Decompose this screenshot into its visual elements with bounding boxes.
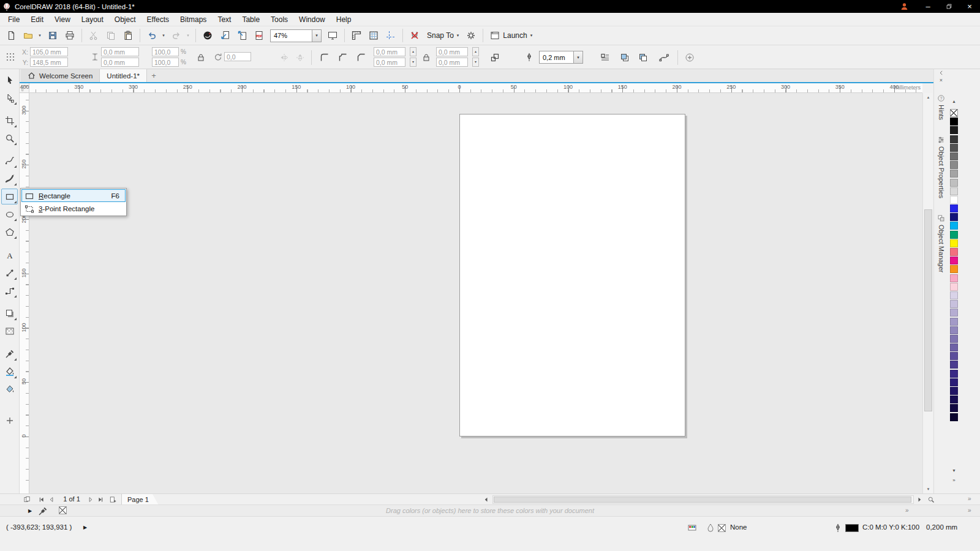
parallel-dimension-tool[interactable] bbox=[1, 265, 18, 281]
corner-radius-top-left-field[interactable]: 0,0 mm bbox=[374, 47, 405, 56]
lock-ratio-button[interactable] bbox=[194, 50, 208, 65]
palette-swatch[interactable] bbox=[950, 179, 958, 187]
connector-tool[interactable] bbox=[1, 283, 18, 299]
outline-pen-icon[interactable] bbox=[833, 523, 843, 533]
paste-button[interactable] bbox=[120, 28, 136, 43]
palette-swatch[interactable] bbox=[950, 413, 958, 421]
tray-more-icon[interactable]: » bbox=[968, 507, 971, 514]
palette-swatch[interactable] bbox=[950, 265, 958, 273]
vertical-scrollbar[interactable]: ▴ ▾ bbox=[922, 93, 933, 493]
navigator-more-icon[interactable]: » bbox=[968, 495, 971, 502]
palette-swatch[interactable] bbox=[950, 300, 958, 308]
full-screen-preview-button[interactable] bbox=[325, 28, 341, 43]
import-button[interactable] bbox=[217, 28, 233, 43]
redo-button-dropdown[interactable]: ▾ bbox=[185, 28, 191, 43]
palette-swatch[interactable] bbox=[950, 170, 958, 178]
object-height-field[interactable]: 0,0 mm bbox=[101, 58, 139, 67]
options-button[interactable] bbox=[463, 28, 479, 43]
zoom-tool[interactable] bbox=[1, 130, 18, 146]
hscroll-left-button[interactable] bbox=[483, 496, 490, 503]
menu-window[interactable]: Window bbox=[293, 13, 331, 26]
palette-expand-icon[interactable]: » bbox=[949, 478, 959, 483]
mirror-vertical-button[interactable] bbox=[293, 50, 307, 65]
palette-swatch[interactable] bbox=[950, 118, 958, 126]
ellipse-tool[interactable] bbox=[1, 206, 18, 222]
docker-close-icon[interactable]: × bbox=[940, 77, 943, 83]
menu-text[interactable]: Text bbox=[212, 13, 236, 26]
object-width-field[interactable]: 0,0 mm bbox=[101, 47, 139, 56]
palette-swatch[interactable] bbox=[950, 370, 958, 378]
interactive-fill-tool[interactable] bbox=[1, 364, 18, 380]
vertical-scrollbar-thumb[interactable] bbox=[924, 209, 932, 411]
docker-collapse-icon[interactable] bbox=[938, 70, 944, 76]
palette-swatch[interactable] bbox=[950, 196, 958, 204]
smart-fill-tool[interactable] bbox=[1, 381, 18, 397]
x-position-field[interactable]: 105,0 mm bbox=[30, 47, 68, 56]
palette-swatch[interactable] bbox=[950, 126, 958, 134]
palette-swatch[interactable] bbox=[950, 135, 958, 143]
tray-overflow-icon[interactable]: » bbox=[905, 507, 909, 514]
shape-tool[interactable] bbox=[1, 90, 18, 106]
new-tab-button[interactable]: + bbox=[147, 69, 160, 82]
spinner-up-icon[interactable]: ▴ bbox=[472, 47, 479, 56]
menu-tools[interactable]: Tools bbox=[265, 13, 293, 26]
page-navigation-icon[interactable] bbox=[23, 496, 31, 503]
menu-object[interactable]: Object bbox=[109, 13, 141, 26]
spinner-down-icon[interactable]: ▾ bbox=[472, 58, 479, 67]
spinner-up-icon[interactable]: ▴ bbox=[410, 47, 417, 56]
relative-corner-scaling-button[interactable] bbox=[488, 50, 502, 65]
horizontal-scrollbar[interactable] bbox=[492, 495, 914, 504]
color-eyedropper-tool[interactable] bbox=[1, 346, 18, 362]
palette-swatch[interactable] bbox=[950, 152, 958, 160]
scroll-down-icon[interactable]: ▾ bbox=[923, 485, 933, 493]
mirror-horizontal-button[interactable] bbox=[277, 50, 292, 65]
spinner-down-icon[interactable]: ▾ bbox=[410, 58, 417, 67]
navigator-zoom-icon[interactable] bbox=[927, 496, 935, 503]
rotation-angle-field[interactable]: 0,0 bbox=[224, 52, 251, 61]
to-back-button[interactable] bbox=[636, 50, 650, 65]
palette-swatch[interactable] bbox=[950, 395, 958, 403]
menu-effects[interactable]: Effects bbox=[141, 13, 175, 26]
palette-swatch[interactable] bbox=[950, 231, 958, 239]
palette-swatch[interactable] bbox=[950, 283, 958, 291]
palette-swatch[interactable] bbox=[950, 187, 958, 195]
undo-button[interactable] bbox=[144, 28, 160, 43]
close-button[interactable]: × bbox=[959, 0, 980, 13]
y-position-field[interactable]: 148,5 mm bbox=[30, 58, 68, 67]
open-button[interactable] bbox=[20, 28, 36, 43]
palette-swatch[interactable] bbox=[950, 343, 958, 351]
crop-tool[interactable] bbox=[1, 113, 18, 129]
text-tool[interactable]: A bbox=[1, 247, 18, 263]
menu-file[interactable]: File bbox=[2, 13, 25, 26]
tray-no-color-swatch[interactable] bbox=[59, 506, 67, 514]
palette-swatch[interactable] bbox=[950, 361, 958, 369]
corner-radius-top-right-field[interactable]: 0,0 mm bbox=[436, 47, 468, 56]
palette-scroll-up-icon[interactable]: ▴ bbox=[949, 99, 959, 104]
redo-button[interactable] bbox=[168, 28, 184, 43]
menu-layout[interactable]: Layout bbox=[76, 13, 109, 26]
outline-width-combo[interactable]: 0,2 mm ▾ bbox=[539, 51, 583, 64]
publish-pdf-button[interactable]: PDF bbox=[251, 28, 267, 43]
flyout-item-3-point-rectangle[interactable]: 3-Point Rectangle bbox=[21, 202, 126, 215]
launch-dropdown[interactable]: Launch▾ bbox=[486, 28, 536, 43]
artistic-media-tool[interactable] bbox=[1, 171, 18, 187]
palette-swatch[interactable] bbox=[950, 144, 958, 152]
horizontal-scrollbar-thumb[interactable] bbox=[494, 497, 911, 503]
palette-swatch[interactable] bbox=[950, 387, 958, 395]
menu-bitmaps[interactable]: Bitmaps bbox=[175, 13, 212, 26]
scale-vertical-field[interactable]: 100,0 bbox=[152, 58, 179, 67]
next-page-button[interactable] bbox=[87, 496, 94, 503]
add-page-button[interactable] bbox=[109, 496, 116, 503]
docker-tab-object-properties[interactable]: Object Properties bbox=[937, 136, 945, 198]
freehand-tool[interactable] bbox=[1, 153, 18, 169]
snap-off-button[interactable] bbox=[407, 28, 423, 43]
zoom-levels-combo[interactable]: 47%▾ bbox=[270, 29, 322, 42]
docker-tab-hints[interactable]: ?Hints bbox=[937, 94, 945, 120]
palette-swatch[interactable] bbox=[950, 239, 958, 247]
convert-to-curves-button[interactable] bbox=[657, 50, 671, 65]
palette-swatch[interactable] bbox=[950, 352, 958, 360]
drawing-canvas[interactable] bbox=[29, 93, 922, 493]
zoom-dropdown-button[interactable]: ▾ bbox=[312, 30, 321, 42]
corner-radius-bottom-left-field[interactable]: 0,0 mm bbox=[374, 58, 405, 67]
previous-page-button[interactable] bbox=[48, 496, 55, 503]
